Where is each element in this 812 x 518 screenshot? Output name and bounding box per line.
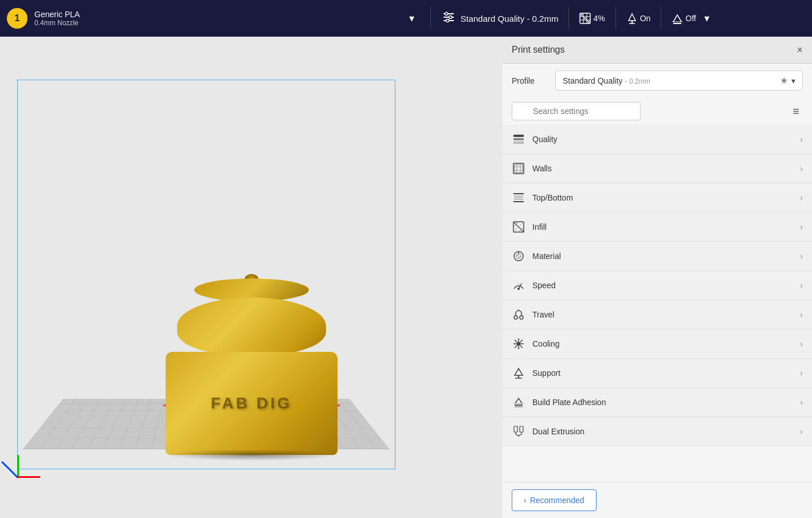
settings-item-speed[interactable]: Speed › xyxy=(503,271,812,300)
travel-label-item: Travel xyxy=(532,310,793,319)
top-bottom-chevron-icon: › xyxy=(800,193,803,202)
svg-rect-24 xyxy=(515,164,523,172)
viewport-canvas: FAB DIG xyxy=(0,37,503,518)
walls-chevron-icon: › xyxy=(800,164,803,173)
svg-point-4 xyxy=(449,15,452,18)
svg-marker-15 xyxy=(629,14,636,21)
settings-item-support[interactable]: Support › xyxy=(503,359,812,388)
infill-chevron-icon: › xyxy=(800,222,803,231)
infill-section: 4% xyxy=(579,13,605,24)
walls-icon xyxy=(512,162,525,175)
dual-extrusion-icon xyxy=(512,425,525,438)
support-icon xyxy=(626,13,638,24)
recommended-chevron-icon: ‹ xyxy=(524,496,527,505)
recommended-label: Recommended xyxy=(530,496,585,505)
topbar-divider xyxy=(430,7,431,30)
profile-label: Profile xyxy=(512,76,546,85)
material-dropdown-button[interactable]: ▾ xyxy=(405,10,419,27)
settings-item-travel[interactable]: Travel › xyxy=(503,300,812,329)
infill-percent: 4% xyxy=(593,14,605,23)
svg-rect-56 xyxy=(518,375,519,378)
z-axis xyxy=(1,461,18,478)
settings-list: Quality › Walls › xyxy=(503,125,812,482)
settings-item-cooling[interactable]: Cooling › xyxy=(503,329,812,359)
panel-header: Print settings × xyxy=(503,37,812,64)
svg-rect-62 xyxy=(520,426,523,432)
adhesion-label: Off xyxy=(685,14,696,23)
walls-label-item: Walls xyxy=(532,164,793,173)
speed-icon xyxy=(512,278,525,292)
svg-rect-20 xyxy=(513,135,524,137)
settings-item-dual-extrusion[interactable]: Dual Extrusion › xyxy=(503,417,812,446)
infill-icon xyxy=(579,13,591,24)
x-axis xyxy=(17,476,40,478)
settings-item-walls[interactable]: Walls › xyxy=(503,154,812,183)
cooling-icon xyxy=(512,337,525,351)
topbar-divider-4 xyxy=(661,7,661,30)
support-label-item: Support xyxy=(532,368,793,378)
filter-button[interactable]: ≡ xyxy=(789,103,803,120)
speed-chevron-icon: › xyxy=(800,281,803,290)
recommended-button[interactable]: ‹ Recommended xyxy=(512,489,597,511)
svg-rect-61 xyxy=(514,426,517,432)
y-axis xyxy=(17,455,19,478)
material-settings-icon xyxy=(512,249,525,263)
travel-icon xyxy=(512,308,525,321)
material-chevron-icon: › xyxy=(800,252,803,261)
quality-section: Standard Quality - 0.2mm 4% xyxy=(442,7,806,30)
support-settings-icon xyxy=(512,366,525,380)
travel-chevron-icon: › xyxy=(800,310,803,319)
profile-row: Profile Standard Quality - 0.2mm ★ ▾ xyxy=(503,64,812,97)
settings-item-infill[interactable]: Infill › xyxy=(503,213,812,242)
cooling-label-item: Cooling xyxy=(532,339,793,348)
object-shadow xyxy=(166,449,338,461)
quality-label-item: Quality xyxy=(532,135,793,144)
speed-label-item: Speed xyxy=(532,281,793,290)
panel-footer: ‹ Recommended xyxy=(503,482,812,518)
build-plate-label-item: Build Plate Adhesion xyxy=(532,398,793,407)
support-section: On xyxy=(626,13,651,24)
settings-item-material[interactable]: Material › xyxy=(503,242,812,271)
top-bottom-icon xyxy=(512,191,525,205)
nozzle-label: 0.4mm Nozzle xyxy=(34,19,398,27)
build-plate-chevron-icon: › xyxy=(800,398,803,407)
search-input[interactable] xyxy=(512,102,641,120)
settings-item-top-bottom[interactable]: Top/Bottom › xyxy=(503,183,812,213)
profile-select-suffix: - 0.2mm xyxy=(625,77,650,85)
object-text: FAB DIG xyxy=(211,394,292,413)
profile-chevron-down-icon: ▾ xyxy=(791,76,795,85)
svg-point-3 xyxy=(445,12,448,15)
settings-item-build-plate[interactable]: Build Plate Adhesion › xyxy=(503,388,812,417)
infill-label-item: Infill xyxy=(532,222,793,231)
panel-close-button[interactable]: × xyxy=(797,45,803,55)
material-name: Generic PLA xyxy=(34,10,398,19)
settings-panel: Print settings × Profile Standard Qualit… xyxy=(503,37,812,518)
adhesion-icon xyxy=(672,13,683,24)
object-base: FAB DIG xyxy=(166,352,338,455)
quality-dropdown-button[interactable]: ▾ xyxy=(704,12,709,25)
quality-icon xyxy=(512,132,525,146)
material-label-item: Material xyxy=(532,252,793,261)
material-badge: 1 xyxy=(7,8,28,29)
build-plate-icon xyxy=(512,395,525,409)
profile-select-text: Standard Quality xyxy=(563,76,622,85)
svg-rect-21 xyxy=(513,138,524,140)
favorite-star-icon: ★ xyxy=(780,75,788,86)
top-bottom-label-item: Top/Bottom xyxy=(532,193,793,202)
dual-extrusion-chevron-icon: › xyxy=(800,427,803,436)
settings-item-quality[interactable]: Quality › xyxy=(503,125,812,154)
profile-select-icons: ★ ▾ xyxy=(780,75,795,86)
svg-rect-22 xyxy=(513,142,524,144)
3d-object: FAB DIG xyxy=(154,277,349,461)
adhesion-section: Off xyxy=(672,13,696,24)
profile-select-dropdown[interactable]: Standard Quality - 0.2mm ★ ▾ xyxy=(555,70,803,91)
viewport[interactable]: FAB DIG xyxy=(0,37,503,518)
svg-marker-55 xyxy=(515,368,523,375)
support-label: On xyxy=(640,14,651,23)
search-wrapper: 🔍 xyxy=(512,102,784,120)
cooling-chevron-icon: › xyxy=(800,339,803,348)
axes-indicator xyxy=(11,449,46,484)
support-chevron-icon: › xyxy=(800,368,803,378)
svg-point-54 xyxy=(517,342,520,346)
svg-point-48 xyxy=(520,316,523,319)
